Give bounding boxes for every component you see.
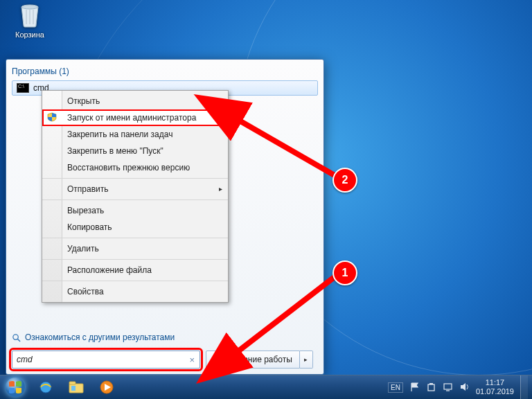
context-menu-item[interactable]: Вырезать [42, 202, 228, 219]
language-indicator[interactable]: EN [388, 382, 403, 393]
taskbar-clock[interactable]: 11:17 01.07.2019 [476, 378, 514, 396]
svg-rect-10 [71, 386, 76, 391]
annotation-marker-1: 1 [332, 260, 357, 285]
menu-separator [42, 259, 228, 260]
network-tray-icon[interactable] [443, 382, 453, 393]
context-menu-item-label: Восстановить прежнюю версию [67, 163, 190, 172]
start-button[interactable] [0, 375, 30, 399]
clear-search-icon[interactable]: × [187, 355, 197, 365]
recycle-bin[interactable]: Корзина [12, 1, 47, 39]
svg-rect-14 [428, 384, 434, 391]
recycle-bin-label: Корзина [12, 30, 47, 39]
context-menu-item-label: Отправить [67, 184, 109, 194]
system-tray: EN 11:17 01.07.2019 [388, 375, 532, 399]
volume-tray-icon[interactable] [459, 382, 470, 393]
context-menu-item[interactable]: Восстановить прежнюю версию [42, 159, 228, 176]
svg-line-2 [17, 339, 20, 342]
shutdown-options-arrow[interactable]: ▸ [300, 351, 313, 369]
taskbar: EN 11:17 01.07.2019 [0, 375, 532, 399]
power-tray-icon[interactable] [426, 382, 436, 393]
search-icon [12, 333, 21, 342]
svg-point-0 [21, 5, 38, 9]
menu-separator [42, 238, 228, 238]
clock-date: 01.07.2019 [476, 387, 514, 396]
context-menu-item-label: Вырезать [67, 206, 104, 215]
context-menu-item[interactable]: Закрепить на панели задач [42, 126, 228, 143]
more-results-label: Ознакомиться с другими результатами [25, 332, 175, 342]
chevron-right-icon: ▸ [304, 356, 308, 363]
annotation-marker-2: 2 [332, 168, 357, 193]
more-results-link[interactable]: Ознакомиться с другими результатами [12, 332, 175, 342]
show-desktop-button[interactable] [520, 375, 528, 399]
context-menu-item[interactable]: Открыть [42, 93, 228, 109]
search-box[interactable]: × [12, 351, 200, 369]
taskbar-media-player[interactable] [91, 378, 122, 397]
context-menu-item[interactable]: Свойства [42, 283, 228, 300]
taskbar-explorer[interactable] [61, 378, 91, 397]
context-menu: ОткрытьЗапуск от имени администратораЗак… [42, 90, 229, 303]
context-menu-item[interactable]: Отправить▸ [42, 181, 228, 197]
context-menu-item[interactable]: Закрепить в меню "Пуск" [42, 143, 228, 159]
context-menu-item-label: Расположение файла [67, 265, 152, 275]
context-menu-item-label: Свойства [67, 287, 104, 296]
recycle-bin-icon [18, 1, 42, 28]
submenu-arrow-icon: ▸ [219, 185, 222, 193]
context-menu-item-label: Закрепить в меню "Пуск" [67, 146, 163, 156]
flag-tray-icon[interactable] [409, 382, 420, 393]
taskbar-ie[interactable] [30, 378, 61, 397]
context-menu-item[interactable]: Удалить [42, 240, 228, 257]
shutdown-button[interactable]: Завершение работы [206, 351, 300, 369]
uac-shield-icon [47, 112, 57, 122]
shutdown-label: Завершение работы [213, 355, 292, 364]
context-menu-item[interactable]: Расположение файла [42, 262, 228, 278]
clock-time: 11:17 [476, 378, 514, 387]
context-menu-item-label: Открыть [67, 96, 100, 106]
svg-point-5 [6, 378, 25, 397]
search-section-header: Программы (1) [12, 66, 318, 76]
context-menu-item-label: Закрепить на панели задач [67, 130, 172, 139]
menu-separator [42, 200, 228, 200]
context-menu-item[interactable]: Копировать [42, 219, 228, 236]
svg-rect-15 [444, 384, 452, 389]
menu-separator [42, 281, 228, 281]
svg-rect-9 [69, 382, 76, 384]
menu-separator [42, 178, 228, 179]
search-input[interactable] [15, 354, 187, 365]
context-menu-item-label: Удалить [67, 244, 99, 254]
shutdown-button-group: Завершение работы ▸ [206, 351, 313, 369]
svg-point-1 [13, 334, 18, 339]
context-menu-item-label: Запуск от имени администратора [67, 113, 196, 123]
cmd-icon [17, 83, 29, 93]
context-menu-item[interactable]: Запуск от имени администратора [42, 109, 228, 126]
context-menu-item-label: Копировать [67, 222, 112, 232]
